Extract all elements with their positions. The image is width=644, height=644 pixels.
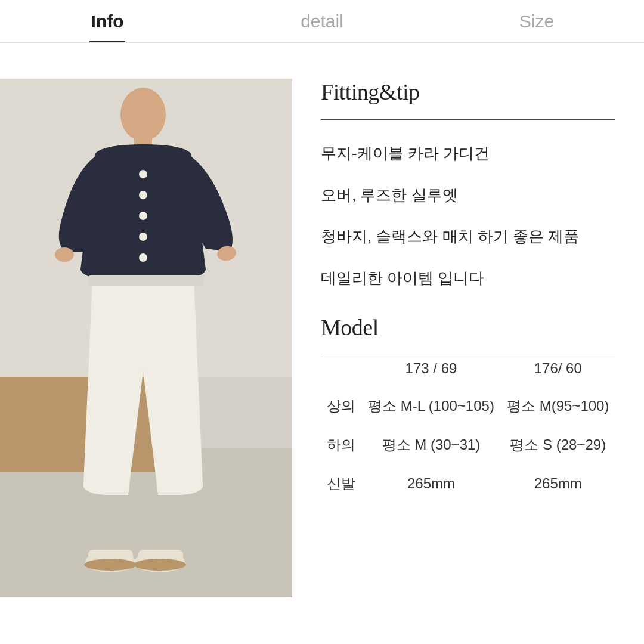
product-image xyxy=(0,79,292,597)
tip-2: 오버, 루즈한 실루엣 xyxy=(321,183,615,208)
row-sangui-label: 상의 xyxy=(321,387,361,426)
table-row: 하의 평소 M (30~31) 평소 S (28~29) xyxy=(321,426,615,465)
svg-point-14 xyxy=(139,253,147,262)
tab-size-label: Size xyxy=(519,11,554,32)
svg-point-12 xyxy=(139,212,147,220)
table-row: 신발 265mm 265mm xyxy=(321,465,615,503)
fitting-title: Fitting&tip xyxy=(321,79,615,105)
tip-4: 데일리한 아이템 입니다 xyxy=(321,266,615,291)
svg-point-13 xyxy=(139,233,147,241)
svg-rect-17 xyxy=(88,275,204,286)
tip-1: 무지-케이블 카라 가디건 xyxy=(321,141,615,166)
svg-point-23 xyxy=(134,559,186,571)
tab-detail[interactable]: detail xyxy=(215,0,429,42)
row-shoes-col1: 265mm xyxy=(361,465,500,503)
fitting-section: Fitting&tip 무지-케이블 카라 가디건 오버, 루즈한 실루엣 청바… xyxy=(321,79,615,290)
svg-point-15 xyxy=(55,247,74,262)
svg-point-20 xyxy=(84,559,137,571)
row-shoes-label: 신발 xyxy=(321,465,361,503)
row-haui-col2: 평소 S (28~29) xyxy=(501,426,615,465)
tab-navigation: Info detail Size xyxy=(0,0,644,43)
row-shoes-col2: 265mm xyxy=(501,465,615,503)
main-content: Fitting&tip 무지-케이블 카라 가디건 오버, 루즈한 실루엣 청바… xyxy=(0,43,644,644)
model-section: Model 173 / 69 176/ 60 상의 평소 M-L (100~10… xyxy=(321,314,615,503)
row-haui-col1: 평소 M (30~31) xyxy=(361,426,500,465)
col-model1: 173 / 69 xyxy=(361,355,500,387)
model-table: 173 / 69 176/ 60 상의 평소 M-L (100~105) 평소 … xyxy=(321,355,615,503)
model-table-header: 173 / 69 176/ 60 xyxy=(321,355,615,387)
col-model2: 176/ 60 xyxy=(501,355,615,387)
svg-point-8 xyxy=(120,88,166,141)
row-sangui-col2: 평소 M(95~100) xyxy=(501,387,615,426)
row-haui-label: 하의 xyxy=(321,426,361,465)
tip-3: 청바지, 슬랙스와 매치 하기 좋은 제품 xyxy=(321,224,615,249)
svg-point-10 xyxy=(139,170,147,178)
col-category xyxy=(321,355,361,387)
tab-size[interactable]: Size xyxy=(429,0,644,42)
table-row: 상의 평소 M-L (100~105) 평소 M(95~100) xyxy=(321,387,615,426)
model-title: Model xyxy=(321,314,615,340)
tab-detail-label: detail xyxy=(301,11,343,32)
row-sangui-col1: 평소 M-L (100~105) xyxy=(361,387,500,426)
tab-info[interactable]: Info xyxy=(0,0,215,42)
info-panel: Fitting&tip 무지-케이블 카라 가디건 오버, 루즈한 실루엣 청바… xyxy=(292,79,644,644)
svg-point-11 xyxy=(139,191,147,199)
tab-info-label: Info xyxy=(91,11,124,32)
fitting-divider xyxy=(321,119,615,120)
